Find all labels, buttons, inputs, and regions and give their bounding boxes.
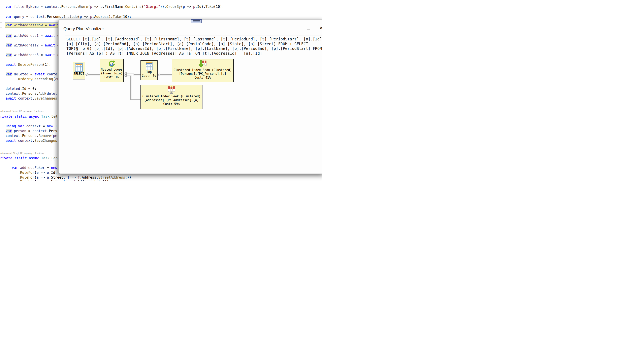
- margin-tick-top: [0, 22, 2, 23]
- drag-grip[interactable]: [191, 19, 202, 23]
- plan-node-label: Clustered Index Scan (Clustered)[Persons…: [174, 68, 232, 80]
- index-scan-icon: [198, 60, 207, 68]
- query-plan-visualizer-dialog[interactable]: Query Plan Visualizer ✕ SELECT [t].[Id],…: [58, 19, 322, 174]
- plan-node-label: SELECT: [74, 72, 84, 76]
- plan-node-top[interactable]: TopCost: 0%: [140, 60, 158, 80]
- codelens-references[interactable]: references | Giorgi, 121 days ago | 2 au…: [0, 152, 44, 154]
- code-line-method-signature: rivate static async Task Del: [0, 114, 58, 119]
- plan-node-nested-loops[interactable]: Nested Loops(Inner Join)Cost: 1%: [100, 59, 124, 82]
- collapsed-ellipsis[interactable]: ...: [52, 159, 55, 161]
- close-button[interactable]: ✕: [320, 25, 322, 30]
- index-seek-icon: [167, 86, 176, 94]
- code-line: var addressFaker = new Fa: [6, 166, 64, 170]
- code-line: var query = context.Persons.Include(p =>…: [6, 14, 132, 19]
- plan-node-label: Clustered Index Seek (Clustered)[Address…: [142, 94, 201, 106]
- nested-loops-icon: [108, 60, 116, 68]
- code-line: await DeletePerson(1);: [6, 62, 51, 67]
- code-line: .RuleFor(a => a.City, f => f.Address.Cit…: [6, 179, 109, 181]
- dialog-title: Query Plan Visualizer: [64, 26, 104, 31]
- code-line: .OrderByDescending(cu: [6, 77, 59, 81]
- code-line-method-signature: rivate static async Task Gen: [0, 156, 58, 160]
- sql-query-text[interactable]: SELECT [t].[Id], [t].[AddressId], [t].[F…: [64, 35, 322, 57]
- plan-node-clustered-index-scan[interactable]: Clustered Index Scan (Clustered)[Persons…: [172, 59, 234, 82]
- code-line: var person = context.Pers: [6, 129, 57, 133]
- plan-node-clustered-index-seek[interactable]: Clustered Index Seek (Clustered)[Address…: [140, 85, 202, 109]
- top-icon: [146, 62, 153, 70]
- maximize-button[interactable]: [307, 27, 310, 30]
- code-line: await context.SaveChanges: [6, 138, 57, 143]
- margin-tick-bottom: [0, 27, 2, 28]
- table-icon: [75, 63, 83, 72]
- code-line: using var context = new T: [6, 124, 57, 128]
- grip-icon: [193, 20, 200, 22]
- code-line: deleted.Id = 0;: [6, 86, 37, 91]
- plan-node-label: TopCost: 0%: [142, 70, 156, 78]
- code-line: var deleted = await conte: [6, 72, 57, 76]
- code-line: .RuleFor(e => e.Id, f: [6, 170, 61, 175]
- codelens-references[interactable]: reference | Giorgi, 121 days ago | 2 aut…: [0, 110, 44, 112]
- code-line: await context.SaveChanges: [6, 96, 57, 100]
- code-line: var filterByName = context.Persons.Where…: [6, 4, 224, 9]
- code-line: context.Persons.Remove(pe: [6, 134, 57, 138]
- plan-node-label: Nested Loops(Inner Join)Cost: 1%: [101, 68, 122, 79]
- code-line: context.Persons.Add(delet: [6, 91, 57, 96]
- plan-node-select[interactable]: SELECT: [73, 62, 85, 79]
- code-line: .RuleFor(a => a.Street, f => f.Address.S…: [6, 175, 132, 180]
